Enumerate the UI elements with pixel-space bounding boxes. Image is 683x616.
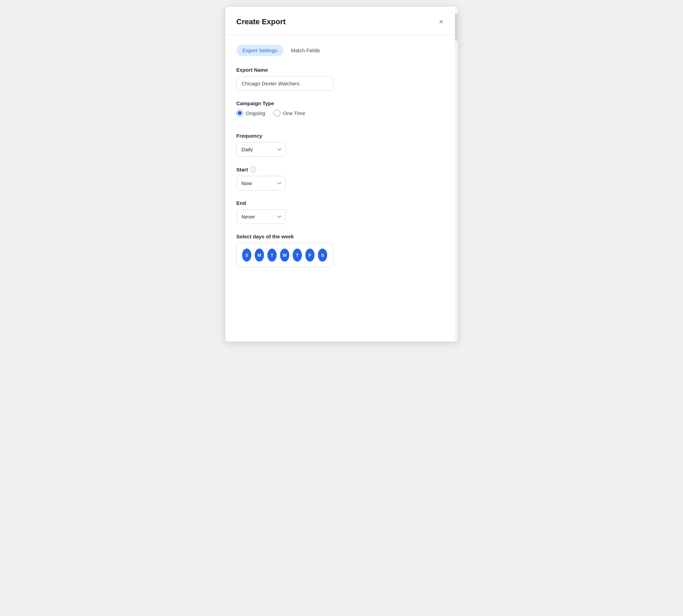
modal-body: Export Settings Match Fields Export Name… [225, 35, 458, 286]
modal-title: Create Export [236, 17, 285, 26]
day-monday[interactable]: M [255, 249, 264, 262]
export-name-label: Export Name [236, 67, 447, 73]
campaign-type-label: Campaign Type [236, 100, 447, 106]
radio-one-time[interactable]: One Time [274, 110, 305, 116]
end-select[interactable]: Never Custom Date [236, 209, 286, 224]
scrollbar-thumb[interactable] [455, 14, 458, 41]
campaign-type-section: Campaign Type Ongoing One Time [236, 100, 447, 116]
radio-ongoing-label: Ongoing [246, 110, 265, 116]
create-export-modal: Create Export × Export Settings Match Fi… [225, 7, 458, 341]
start-info-icon: i [250, 166, 256, 172]
day-friday[interactable]: F [305, 249, 315, 262]
days-container: S M T W T F S [236, 243, 333, 267]
radio-ongoing-input[interactable] [236, 110, 243, 116]
day-sunday[interactable]: S [242, 249, 251, 262]
end-section: End Never Custom Date [236, 200, 447, 224]
start-section: Start i Now Custom Date [236, 166, 447, 191]
tab-export-settings[interactable]: Export Settings [236, 45, 283, 56]
day-tuesday[interactable]: T [267, 249, 277, 262]
day-wednesday[interactable]: W [280, 249, 289, 262]
export-name-input[interactable] [236, 76, 333, 91]
frequency-section: Frequency Daily Weekly Monthly [236, 133, 447, 157]
tab-match-fields[interactable]: Match Fields [285, 45, 326, 56]
radio-one-time-label: One Time [283, 110, 305, 116]
modal-header: Create Export × [225, 7, 458, 35]
day-thursday[interactable]: T [293, 249, 302, 262]
close-button[interactable]: × [436, 16, 447, 27]
radio-one-time-input[interactable] [274, 110, 280, 116]
days-of-week-section: Select days of the week S M T W T F S [236, 234, 447, 267]
start-select[interactable]: Now Custom Date [236, 176, 286, 191]
frequency-select[interactable]: Daily Weekly Monthly [236, 142, 286, 157]
tabs-row: Export Settings Match Fields [236, 45, 447, 56]
export-name-section: Export Name [236, 67, 447, 91]
campaign-type-radio-group: Ongoing One Time [236, 110, 447, 116]
frequency-label: Frequency [236, 133, 447, 139]
radio-ongoing[interactable]: Ongoing [236, 110, 265, 116]
day-saturday[interactable]: S [318, 249, 327, 262]
end-label: End [236, 200, 447, 206]
scrollbar-track [455, 7, 458, 341]
start-label: Start i [236, 166, 447, 172]
days-of-week-label: Select days of the week [236, 234, 447, 239]
